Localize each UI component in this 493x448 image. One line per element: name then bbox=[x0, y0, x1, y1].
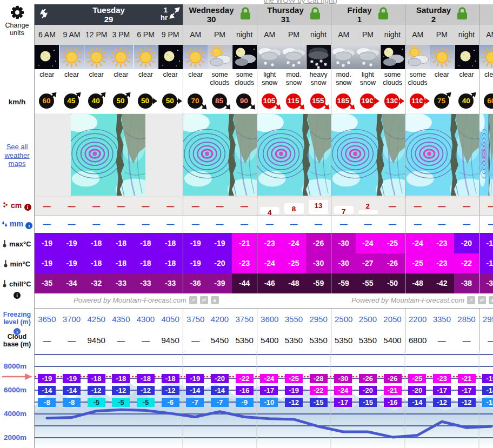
temp-chip: -28 bbox=[310, 374, 328, 383]
elevation-label-6000: 6000m bbox=[0, 386, 34, 394]
day-date: 2 bbox=[431, 15, 436, 24]
rain-mm-cell-content: — bbox=[134, 216, 158, 233]
mountain-icon[interactable]: ▲ bbox=[489, 296, 493, 304]
day-name: Friday bbox=[347, 5, 371, 15]
rain-icon bbox=[2, 220, 8, 228]
chill-temp-row-value: -48 bbox=[282, 273, 307, 293]
rain-mm-cell-content: — bbox=[430, 216, 455, 233]
temp-chip: -12 bbox=[112, 386, 130, 395]
time-cell-content: 9 PM bbox=[158, 25, 183, 45]
temp-chip: -26 bbox=[384, 374, 402, 383]
lock-icon[interactable] bbox=[377, 6, 389, 23]
day-header-friday[interactable]: Friday1 bbox=[331, 4, 405, 25]
snow-cm-cell: — bbox=[479, 197, 493, 215]
snow-cm-row: —————————481372————— bbox=[35, 197, 493, 215]
min-temp-row-value: -24 bbox=[257, 253, 282, 273]
wind-cell: 50 bbox=[109, 90, 134, 113]
weather-desc-cell: clear bbox=[109, 69, 134, 90]
cloud-base-cell: 9450 bbox=[84, 330, 109, 351]
change-units-button[interactable]: Change units bbox=[0, 5, 34, 37]
temp-chip: -20 bbox=[359, 386, 377, 395]
time-row: 6 AM9 AM12 PM3 PM6 PM9 PMAMPMnightAMPMni… bbox=[35, 25, 493, 45]
temp-chip: -10 bbox=[482, 398, 493, 407]
rain-info-icon[interactable]: i bbox=[25, 222, 32, 229]
lock-icon[interactable] bbox=[456, 6, 468, 23]
weather-map-cell bbox=[183, 113, 257, 197]
swap-icon[interactable]: ⇄ bbox=[478, 296, 486, 304]
wind-cell: 105 bbox=[257, 90, 282, 113]
day-header-thursday[interactable]: Thursday31 bbox=[257, 4, 331, 25]
lock-icon[interactable] bbox=[239, 6, 251, 23]
wind-cell-content: 75 bbox=[430, 90, 455, 113]
day-header-tuesday[interactable]: Tuesday291hr bbox=[35, 4, 183, 25]
weather-icon-cell bbox=[405, 45, 430, 69]
day-header-partial[interactable] bbox=[479, 4, 493, 25]
cloud-base-cell: 5350 bbox=[306, 330, 331, 351]
chill-info-icon[interactable]: i bbox=[14, 292, 21, 299]
min-temp-row: -19-19-18-18-18-18-19-20-23-24-25-30-30-… bbox=[35, 253, 493, 273]
rain-mm-cell-content: — bbox=[59, 216, 84, 233]
rain-mm-cell-content: — bbox=[183, 216, 208, 233]
wind-cell: 60 bbox=[35, 90, 59, 113]
wind-direction-arrow-icon bbox=[149, 97, 158, 108]
max-temp-row-value: -23 bbox=[430, 233, 455, 253]
max-temp-row-value: -19 bbox=[479, 233, 493, 253]
pressure-map[interactable] bbox=[479, 114, 493, 196]
share-icon[interactable]: ↗ bbox=[189, 296, 197, 304]
expand-1hr-control[interactable]: 1hr bbox=[161, 6, 181, 21]
weather-icon-cell bbox=[430, 45, 455, 69]
pressure-map[interactable] bbox=[183, 114, 257, 196]
day-header-wednesday[interactable]: Wednesday30 bbox=[183, 4, 257, 25]
max-temp-row-cell: -18 bbox=[134, 233, 158, 253]
chill-temp-row-value: -44 bbox=[232, 273, 257, 293]
weather-desc-cell: clear bbox=[158, 69, 183, 90]
snow-info-icon[interactable]: i bbox=[24, 204, 31, 211]
snow-row-label: cm i bbox=[0, 200, 34, 211]
cloud-base-label: Cloud base (m) bbox=[0, 333, 34, 349]
min-temp-row-value: -19 bbox=[479, 253, 493, 273]
chill-temp-row-cell: -59 bbox=[306, 273, 331, 293]
temp-chip: -5 bbox=[88, 398, 105, 407]
rain-mm-cell-content: — bbox=[232, 216, 257, 233]
chill-temp-row-value: -39 bbox=[208, 273, 232, 293]
temp-chip: -25 bbox=[408, 374, 426, 383]
rain-mm-cell: — bbox=[454, 216, 479, 233]
lock-icon[interactable] bbox=[309, 6, 321, 23]
max-temp-row-value: -23 bbox=[257, 233, 282, 253]
wind-direction-arrow-icon bbox=[396, 97, 405, 108]
mountain-icon[interactable]: ▲ bbox=[211, 296, 219, 304]
chill-temp-row-cell: -33 bbox=[109, 273, 134, 293]
weather-map-cell bbox=[405, 113, 479, 197]
day-header-saturday[interactable]: Saturday2 bbox=[405, 4, 479, 25]
temp-chip: -26 bbox=[359, 374, 377, 383]
max-temp-row-value: -19 bbox=[59, 233, 84, 253]
swap-icon[interactable]: ⇄ bbox=[200, 296, 208, 304]
day-title: Saturday2 bbox=[416, 5, 451, 24]
cloud-base-cell-content: — bbox=[134, 330, 158, 351]
min-temp-row-cell: -30 bbox=[306, 253, 331, 273]
temp-chip: -5 bbox=[112, 398, 130, 407]
weather-desc: clear bbox=[59, 69, 84, 90]
rain-mm-cell-content: — bbox=[282, 216, 307, 233]
temp-chip: -7 bbox=[211, 398, 229, 407]
share-icon[interactable]: ↗ bbox=[467, 296, 475, 304]
chill-temp-row-value: -38 bbox=[454, 273, 479, 293]
max-temp-row-value: -25 bbox=[380, 233, 405, 253]
pressure-map[interactable] bbox=[71, 114, 145, 196]
collapse-hours-icon[interactable] bbox=[38, 8, 50, 22]
day-header-row: Tuesday291hr Wednesday30 Thursday31 Frid… bbox=[35, 4, 493, 25]
see-all-weather-maps-link[interactable]: See all weather maps bbox=[0, 143, 34, 168]
wind-cell: 45 bbox=[59, 90, 84, 113]
cloud-base-cell: 5450 bbox=[208, 330, 232, 351]
pressure-map[interactable] bbox=[405, 114, 479, 196]
wind-cell: 75 bbox=[430, 90, 455, 113]
pressure-map[interactable] bbox=[257, 114, 331, 196]
expand-hours-icon[interactable] bbox=[169, 7, 181, 21]
freezing-level-cell: 2500 bbox=[356, 309, 381, 330]
weather-icon-cell-content bbox=[232, 45, 257, 69]
max-temp-row-cell: -23 bbox=[257, 233, 282, 253]
freezing-level-cell-content: 3700 bbox=[59, 309, 84, 330]
pressure-map[interactable] bbox=[331, 114, 405, 196]
temp-chip: -24 bbox=[334, 386, 352, 395]
snow-cm-cell: — bbox=[454, 197, 479, 215]
